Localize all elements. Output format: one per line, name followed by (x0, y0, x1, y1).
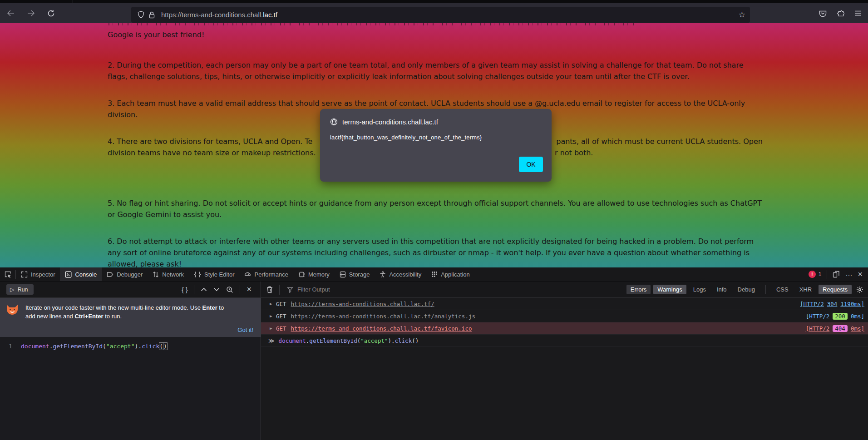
globe-icon (330, 118, 338, 126)
back-button[interactable] (6, 9, 15, 18)
network-log-row-error: ▶ GET https://terms-and-conditions.chall… (261, 322, 868, 335)
firefox-fox-icon (5, 303, 19, 334)
menu-hamburger-icon[interactable] (854, 10, 862, 16)
run-button[interactable]: ▷Run (6, 284, 34, 295)
close-devtools-icon[interactable]: × (858, 270, 863, 278)
tab-debugger[interactable]: Debugger (102, 267, 148, 281)
play-icon: ▷ (10, 286, 15, 293)
error-badge-icon[interactable]: ! (809, 271, 816, 278)
editor-code-line: document.getElementById("accept").click(… (21, 343, 167, 440)
filter-output-input[interactable] (297, 286, 434, 293)
notification-text: Iterate on your code faster with the new… (25, 303, 234, 334)
dialog-title: terms-and-conditions.chall.lac.tf (342, 118, 438, 126)
search-history-icon[interactable] (226, 286, 233, 293)
pocket-icon[interactable] (819, 10, 827, 17)
request-status-link[interactable]: [HTTP/22000ms] (806, 313, 864, 320)
rule-2: 2. During the competition, each person m… (108, 59, 763, 82)
console-toolbar: ▷Run { } × (0, 282, 868, 298)
window-top-strip (0, 0, 868, 3)
status-404-badge: 404 (833, 325, 848, 332)
url-text: https://terms-and-conditions.chall.lac.t… (161, 11, 277, 19)
console-input-echo: ≫ document.getElementById("accept").clic… (261, 335, 868, 347)
status-200-badge: 200 (833, 313, 848, 320)
filter-chip-errors[interactable]: Errors (626, 285, 651, 294)
got-it-link[interactable]: Got it! (237, 326, 253, 333)
request-url-link[interactable]: https://terms-and-conditions.chall.lac.t… (291, 313, 475, 320)
rule-6: 6. Do not attempt to attack or interfere… (108, 236, 763, 267)
tab-inspector[interactable]: Inspector (16, 267, 60, 281)
line-number: 1 (0, 343, 21, 440)
error-count: 1 (819, 271, 822, 277)
tab-application[interactable]: Application (426, 267, 475, 281)
filter-chip-xhr[interactable]: XHR (795, 285, 816, 294)
filter-chip-requests[interactable]: Requests (819, 285, 852, 294)
rule-5: 5. No flag or hint sharing. Do not solic… (108, 198, 763, 220)
tab-accessibility[interactable]: Accessibility (375, 267, 426, 281)
network-log-row: ▶ GET https://terms-and-conditions.chall… (261, 310, 868, 322)
expand-arrow-icon[interactable]: ▶ (270, 314, 276, 318)
filter-chip-debug[interactable]: Debug (734, 285, 759, 294)
url-bar[interactable]: https://terms-and-conditions.chall.lac.t… (131, 7, 750, 23)
pick-element-icon[interactable] (0, 267, 15, 281)
dialog-message: lactf{that_button_was_definitely_not_one… (320, 126, 552, 141)
input-echo-chevron-icon: ≫ (268, 337, 275, 344)
filter-chip-warnings[interactable]: Warnings (653, 285, 686, 294)
request-url-link[interactable]: https://terms-and-conditions.chall.lac.t… (291, 301, 434, 307)
tab-style-editor[interactable]: Style Editor (189, 267, 239, 281)
chevron-down-icon[interactable] (213, 287, 220, 292)
devtools-panel: Inspector Console Debugger Network Style… (0, 267, 868, 440)
filter-chip-info[interactable]: Info (713, 285, 731, 294)
responsive-mode-icon[interactable] (833, 271, 840, 278)
forward-button[interactable] (26, 9, 35, 18)
network-log-row: ▶ GET https://terms-and-conditions.chall… (261, 298, 868, 310)
console-output: ▶ GET https://terms-and-conditions.chall… (261, 298, 868, 440)
expand-arrow-icon[interactable]: ▶ (270, 302, 276, 306)
filter-funnel-icon (287, 287, 293, 293)
console-settings-gear-icon[interactable] (856, 286, 863, 293)
extensions-puzzle-icon[interactable] (837, 10, 844, 17)
close-editor-icon[interactable]: × (247, 285, 252, 294)
reload-button[interactable] (46, 9, 55, 18)
editor-pane: Iterate on your code faster with the new… (0, 298, 261, 440)
tab-edge-divider (73, 0, 73, 3)
chevron-up-icon[interactable] (201, 287, 207, 292)
rule-1-tail: Google is your best friend! (108, 29, 763, 40)
code-editor[interactable]: 1 document.getElementById("accept").clic… (0, 337, 261, 440)
tab-console[interactable]: Console (60, 267, 102, 281)
pretty-print-icon[interactable]: { } (182, 286, 187, 293)
clear-console-icon[interactable] (266, 286, 273, 293)
shield-icon[interactable] (138, 11, 144, 19)
tab-network[interactable]: Network (148, 267, 189, 281)
browser-navbar: https://terms-and-conditions.chall.lac.t… (0, 3, 868, 23)
request-url-link[interactable]: https://terms-and-conditions.chall.lac.t… (291, 325, 472, 332)
request-status-link[interactable]: [HTTP/24040ms] (806, 325, 864, 332)
filter-chip-css[interactable]: CSS (772, 285, 793, 294)
meatball-menu-icon[interactable]: ··· (845, 271, 852, 278)
tab-performance[interactable]: Performance (239, 267, 293, 281)
clipped-text-line (108, 23, 635, 25)
tab-storage[interactable]: Storage (335, 267, 375, 281)
bookmark-star-icon[interactable]: ☆ (739, 11, 745, 19)
ok-button[interactable]: OK (519, 157, 543, 172)
editor-mode-notification: Iterate on your code faster with the new… (0, 298, 261, 337)
devtools-tabbar: Inspector Console Debugger Network Style… (0, 267, 868, 282)
filter-chip-logs[interactable]: Logs (689, 285, 710, 294)
request-status-link[interactable]: [HTTP/23041190ms] (800, 301, 864, 307)
lock-icon[interactable] (149, 11, 155, 19)
tab-memory[interactable]: Memory (293, 267, 335, 281)
expand-arrow-icon[interactable]: ▶ (270, 326, 276, 331)
alert-dialog: terms-and-conditions.chall.lac.tf lactf{… (320, 109, 552, 182)
